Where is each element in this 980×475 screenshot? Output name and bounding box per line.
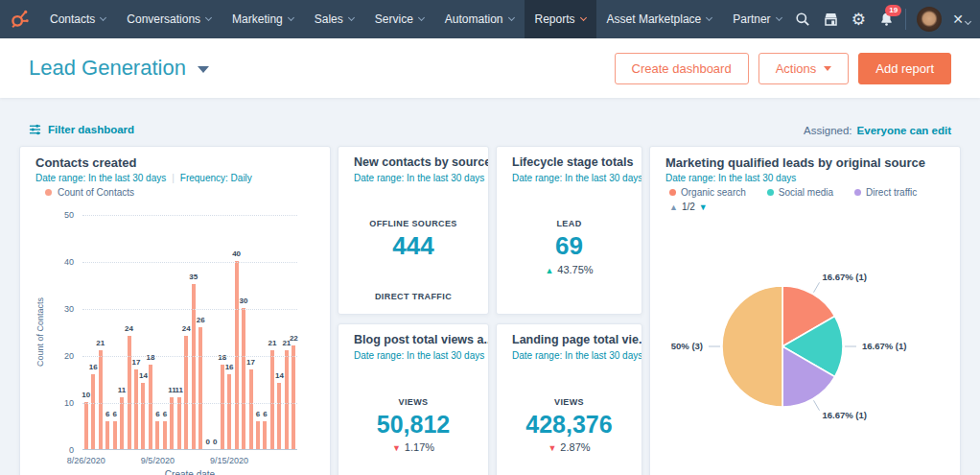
date-range: Date range: In the last 30 days [354, 173, 484, 183]
nav-item-reports[interactable]: Reports [525, 0, 596, 38]
x-axis-title: Create date [82, 469, 297, 475]
metric-value: 428,376 [497, 411, 642, 439]
chevron-down-icon [288, 14, 294, 21]
date-range: Date range: In the last 30 days [512, 173, 642, 183]
card-title: Lifecycle stage totals [512, 155, 633, 169]
assigned-permission-link[interactable]: Everyone can edit [857, 125, 951, 136]
x-tick-label: 9/5/2020 [141, 456, 175, 465]
page-title: Lead Generation [29, 56, 186, 81]
filter-dashboard-link[interactable]: Filter dashboard [29, 124, 134, 135]
chevron-down-icon [965, 17, 971, 24]
bar-value-label: 0 [213, 438, 217, 446]
create-dashboard-button[interactable]: Create dashboard [615, 53, 749, 84]
secondary-metric-label: DIRECT TRAFFIC [338, 292, 488, 301]
bar: 0 [204, 215, 211, 449]
metric-value: 444 [338, 231, 488, 261]
pie-slice-label: 50% (3) [671, 341, 703, 351]
close-icon[interactable]: ✕ [952, 12, 970, 27]
assigned-row: Assigned:Everyone can edit [804, 125, 951, 136]
nav-item-automation[interactable]: Automation [434, 0, 525, 38]
card-landing-page-total-views: Landing page total vie... Date range: In… [496, 323, 642, 475]
pie-label-connector [814, 400, 820, 410]
settings-gear-icon[interactable]: ⚙ [850, 11, 867, 28]
pie-slice-label: 16.67% (1) [823, 272, 867, 282]
bar: 6 [161, 215, 168, 449]
bar-value-label: 0 [205, 438, 209, 446]
card-title: Contacts created [35, 155, 136, 170]
delta-value: 43.75% [557, 264, 593, 275]
nav-item-service[interactable]: Service [364, 0, 434, 38]
delta-up-icon: ▲ [545, 266, 553, 275]
nav-item-sales[interactable]: Sales [304, 0, 364, 38]
bar: 24 [126, 215, 132, 449]
nav-divider [905, 9, 906, 30]
chevron-down-icon [706, 14, 712, 21]
bar: 26 [198, 215, 204, 449]
legend-count-of-contacts[interactable]: Count of Contacts [45, 187, 134, 198]
card-mql-by-original-source: Marketing qualified leads by original so… [649, 146, 961, 475]
search-icon[interactable] [794, 11, 811, 28]
date-range: Date range: In the last 30 days [35, 173, 166, 183]
bar: 22 [291, 215, 297, 449]
bar-value-label: 6 [105, 410, 109, 418]
bar: 17 [132, 215, 139, 449]
bar-chart-plot: 1016216611241714186611112435260018164030… [82, 215, 297, 450]
bar: 21 [97, 215, 104, 449]
nav-item-conversations[interactable]: Conversations [116, 0, 222, 38]
actions-caret-icon [824, 66, 831, 71]
bar: 14 [276, 215, 283, 449]
chevron-down-icon [348, 14, 355, 21]
nav-item-asset-marketplace[interactable]: Asset Marketplace [596, 0, 723, 38]
metric-label: LEAD [497, 219, 642, 228]
card-title: Landing page total vie... [512, 333, 642, 346]
date-range: Date range: In the last 30 days [512, 350, 642, 361]
marketplace-icon[interactable] [822, 11, 839, 28]
x-tick-label: 8/26/2020 [67, 456, 105, 465]
bar: 6 [104, 215, 110, 449]
title-caret-icon [198, 66, 209, 73]
delta-down-icon: ▼ [392, 443, 401, 453]
card-title: New contacts by source [354, 155, 489, 169]
notifications-bell-icon[interactable]: 19 [877, 11, 895, 28]
dashboard-title-dropdown[interactable]: Lead Generation [29, 56, 209, 81]
y-tick-label: 50 [64, 210, 74, 220]
bar-value-label: 6 [155, 410, 159, 418]
metric-label: OFFLINE SOURCES [338, 219, 488, 228]
actions-button[interactable]: Actions [758, 53, 850, 84]
nav-items: ContactsConversationsMarketingSalesServi… [39, 0, 792, 38]
bar: 30 [240, 215, 246, 449]
page-header: Lead Generation Create dashboard Actions… [0, 38, 980, 98]
nav-item-contacts[interactable]: Contacts [39, 0, 116, 38]
metric-label: VIEWS [497, 397, 642, 407]
bar: 21 [283, 215, 290, 449]
y-tick-label: 40 [64, 257, 74, 267]
metric-label: VIEWS [338, 397, 488, 407]
hubspot-logo[interactable] [0, 0, 39, 38]
bar-value-label: 6 [256, 410, 260, 418]
y-tick-label: 20 [64, 351, 74, 361]
y-axis-title: Count of Contacts [35, 297, 45, 367]
card-new-contacts-by-source: New contacts by source Date range: In th… [338, 146, 489, 315]
bar: 6 [154, 215, 161, 449]
bar: 6 [262, 215, 268, 449]
top-navbar: ContactsConversationsMarketingSalesServi… [0, 0, 980, 38]
bar: 18 [219, 215, 225, 449]
assigned-label: Assigned: [804, 125, 852, 136]
metric-value: 69 [497, 231, 642, 261]
user-avatar[interactable] [917, 7, 942, 32]
bar: 0 [211, 215, 218, 449]
add-report-button[interactable]: Add report [858, 53, 951, 84]
bar: 16 [89, 215, 96, 449]
chevron-down-icon [507, 14, 514, 21]
nav-item-partner[interactable]: Partner [722, 0, 791, 38]
sprocket-icon [9, 9, 30, 30]
chevron-down-icon [580, 14, 587, 21]
pie-label-connector [814, 282, 820, 292]
pie-slice [722, 286, 782, 407]
pie-slice-label: 16.67% (1) [823, 410, 867, 420]
card-title: Blog post total views a... [354, 333, 489, 346]
nav-right-icons: ⚙ 19 ✕ [794, 0, 980, 38]
nav-item-marketing[interactable]: Marketing [222, 0, 304, 38]
y-tick-label: 0 [69, 445, 74, 455]
bar: 6 [254, 215, 261, 449]
